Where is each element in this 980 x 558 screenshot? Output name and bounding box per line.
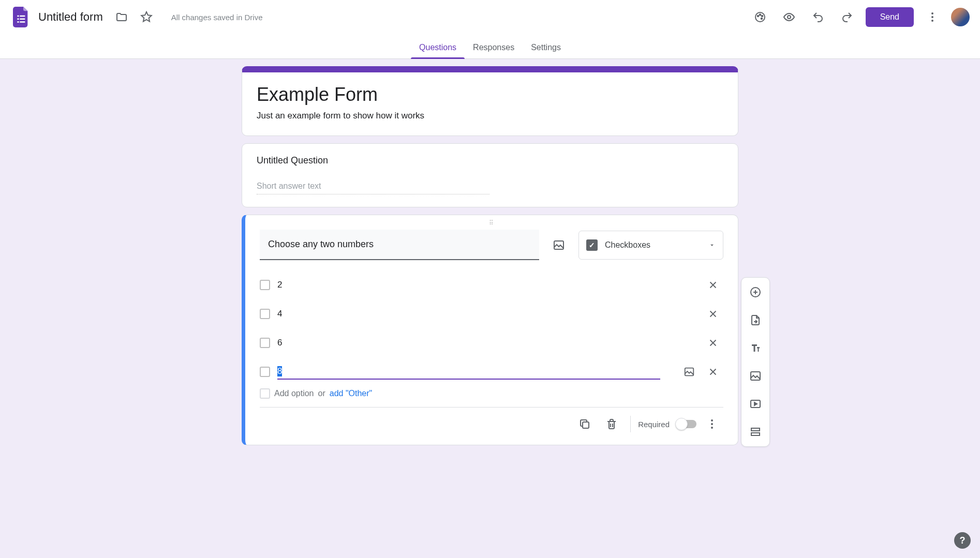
remove-option-button[interactable]	[703, 361, 723, 382]
svg-point-1	[757, 16, 759, 17]
text-icon	[749, 342, 762, 354]
svg-point-13	[711, 423, 713, 425]
account-avatar[interactable]	[951, 8, 970, 26]
option-row: 2	[260, 273, 723, 297]
checkbox-placeholder-icon	[260, 338, 270, 348]
duplicate-question-button[interactable]	[573, 413, 596, 435]
svg-point-5	[788, 16, 791, 19]
tab-responses[interactable]: Responses	[465, 43, 523, 58]
help-button[interactable]: ?	[954, 532, 971, 549]
eye-icon	[783, 11, 795, 23]
question-title-input[interactable]	[260, 230, 539, 260]
option-row: 6	[260, 330, 723, 355]
customize-theme-button[interactable]	[750, 7, 770, 27]
svg-rect-11	[583, 422, 589, 428]
question-type-label: Checkboxes	[605, 240, 701, 250]
undo-icon	[812, 11, 824, 23]
trash-icon	[605, 418, 618, 430]
separator	[630, 416, 631, 432]
folder-icon	[115, 11, 128, 23]
add-image-button[interactable]	[745, 366, 766, 386]
remove-option-button[interactable]	[703, 304, 723, 324]
tabs-row: Questions Responses Settings	[0, 34, 980, 59]
option-row: 4	[260, 301, 723, 326]
required-label: Required	[638, 420, 670, 429]
checkbox-icon	[586, 239, 598, 251]
short-answer-preview: Short answer text	[257, 182, 489, 194]
floating-toolbar	[741, 277, 770, 447]
option-label[interactable]: 6	[277, 338, 695, 348]
svg-point-14	[711, 427, 713, 429]
checkbox-placeholder-icon	[260, 367, 270, 377]
svg-point-3	[761, 16, 763, 17]
option-label[interactable]: 2	[277, 280, 695, 290]
checkbox-placeholder-icon	[260, 309, 270, 319]
more-vert-icon	[706, 418, 718, 430]
add-title-button[interactable]	[745, 338, 766, 358]
svg-point-12	[711, 419, 713, 421]
add-question-button[interactable]	[745, 282, 766, 303]
remove-option-button[interactable]	[703, 275, 723, 295]
more-menu-button[interactable]	[922, 7, 943, 27]
question-1-title[interactable]: Untitled Question	[257, 155, 723, 166]
checkbox-placeholder-icon	[260, 388, 270, 399]
undo-button[interactable]	[808, 7, 828, 27]
section-icon	[749, 426, 762, 438]
tab-settings[interactable]: Settings	[523, 43, 569, 58]
close-icon	[707, 308, 719, 320]
add-section-button[interactable]	[745, 421, 766, 442]
tab-questions[interactable]: Questions	[411, 43, 465, 58]
close-icon	[707, 337, 719, 349]
add-option-or: or	[318, 389, 325, 398]
header-actions: Send	[750, 7, 970, 27]
add-option-button[interactable]: Add option	[274, 389, 314, 398]
doc-title[interactable]: Untitled form	[38, 10, 103, 24]
svg-point-7	[931, 16, 933, 18]
preview-button[interactable]	[779, 7, 799, 27]
option-row-editing	[260, 359, 723, 384]
question-footer: Required	[260, 407, 723, 445]
svg-point-6	[931, 12, 933, 14]
drag-handle-icon[interactable]: ⠿	[489, 219, 495, 227]
remove-option-button[interactable]	[703, 333, 723, 353]
delete-question-button[interactable]	[600, 413, 623, 435]
option-image-button[interactable]	[679, 361, 700, 382]
move-to-folder-button[interactable]	[111, 7, 132, 27]
star-icon	[140, 11, 153, 23]
checkbox-placeholder-icon	[260, 280, 270, 290]
app-header: Untitled form All changes saved in Drive…	[0, 0, 980, 34]
file-import-icon	[749, 314, 762, 326]
add-video-button[interactable]	[745, 394, 766, 414]
question-card-1[interactable]: Untitled Question Short answer text	[242, 143, 738, 207]
plus-circle-icon	[749, 286, 762, 298]
add-option-row: Add option or add "Other"	[260, 388, 723, 399]
import-questions-button[interactable]	[745, 310, 766, 330]
svg-point-4	[761, 18, 762, 20]
palette-icon	[754, 11, 766, 23]
form-title[interactable]: Example Form	[257, 84, 723, 105]
add-other-button[interactable]: add "Other"	[330, 389, 373, 398]
svg-rect-18	[751, 428, 760, 431]
form-description[interactable]: Just an example form to show how it work…	[257, 111, 723, 121]
redo-button[interactable]	[837, 7, 857, 27]
redo-icon	[841, 11, 853, 23]
copy-icon	[578, 418, 591, 430]
svg-point-2	[759, 14, 761, 16]
save-status: All changes saved in Drive	[171, 13, 263, 22]
option-input[interactable]	[277, 364, 660, 380]
question-more-button[interactable]	[701, 413, 723, 435]
form-canvas: Example Form Just an example form to sho…	[242, 66, 738, 445]
svg-point-8	[931, 20, 933, 22]
form-header-card[interactable]: Example Form Just an example form to sho…	[242, 66, 738, 136]
option-label[interactable]: 4	[277, 309, 695, 319]
star-button[interactable]	[136, 7, 157, 27]
send-button[interactable]: Send	[866, 7, 914, 27]
image-icon	[684, 366, 695, 378]
add-image-to-question-button[interactable]	[548, 235, 569, 255]
close-icon	[707, 279, 719, 291]
question-type-select[interactable]: Checkboxes	[578, 231, 723, 260]
video-icon	[749, 398, 762, 410]
question-card-2[interactable]: ⠿ Checkboxes 2	[242, 215, 738, 445]
close-icon	[707, 366, 719, 378]
required-toggle[interactable]	[677, 420, 696, 428]
